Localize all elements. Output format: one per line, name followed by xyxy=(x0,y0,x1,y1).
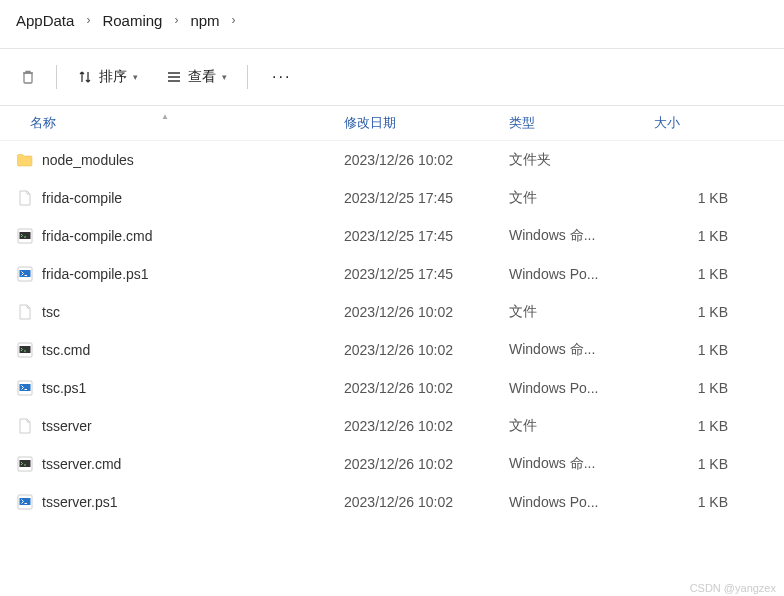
header-type[interactable]: 类型 xyxy=(503,114,648,132)
view-button[interactable]: 查看 ▾ xyxy=(154,62,239,92)
file-rows: node_modules2023/12/26 10:02文件夹frida-com… xyxy=(0,141,784,521)
sort-label: 排序 xyxy=(99,68,127,86)
cell-size: 1 KB xyxy=(648,494,768,510)
breadcrumb-item[interactable]: Roaming xyxy=(94,8,170,33)
file-name: tsc.cmd xyxy=(42,342,90,358)
cell-type: Windows 命... xyxy=(503,227,648,245)
cell-date: 2023/12/26 10:02 xyxy=(330,456,503,472)
file-name: tsc xyxy=(42,304,60,320)
cell-name: tsc xyxy=(0,303,330,321)
file-name: tsc.ps1 xyxy=(42,380,86,396)
table-row[interactable]: tsc.cmd2023/12/26 10:02Windows 命...1 KB xyxy=(0,331,784,369)
table-row[interactable]: frida-compile.cmd2023/12/25 17:45Windows… xyxy=(0,217,784,255)
divider xyxy=(56,65,57,89)
header-date[interactable]: 修改日期 xyxy=(330,114,503,132)
file-list: ▲ 名称 修改日期 类型 大小 node_modules2023/12/26 1… xyxy=(0,105,784,521)
cell-date: 2023/12/26 10:02 xyxy=(330,304,503,320)
chevron-down-icon: ▾ xyxy=(222,72,227,82)
svg-rect-0 xyxy=(24,73,32,83)
file-name: tsserver xyxy=(42,418,92,434)
file-icon xyxy=(16,417,34,435)
cell-name: frida-compile.ps1 xyxy=(0,265,330,283)
cell-size: 1 KB xyxy=(648,266,768,282)
svg-rect-6 xyxy=(20,346,31,353)
table-row[interactable]: tsserver.ps12023/12/26 10:02Windows Po..… xyxy=(0,483,784,521)
cell-date: 2023/12/26 10:02 xyxy=(330,342,503,358)
trash-icon xyxy=(20,69,36,85)
sort-button[interactable]: 排序 ▾ xyxy=(65,62,150,92)
file-name: frida-compile xyxy=(42,190,122,206)
svg-rect-10 xyxy=(20,460,31,467)
cell-type: 文件夹 xyxy=(503,151,648,169)
ps1-icon xyxy=(16,265,34,283)
breadcrumb-item[interactable]: AppData xyxy=(8,8,82,33)
table-row[interactable]: frida-compile.ps12023/12/25 17:45Windows… xyxy=(0,255,784,293)
cell-name: tsc.ps1 xyxy=(0,379,330,397)
breadcrumb[interactable]: AppData›Roaming›npm› xyxy=(0,0,784,40)
file-name: frida-compile.cmd xyxy=(42,228,152,244)
cell-size: 1 KB xyxy=(648,228,768,244)
toolbar: 排序 ▾ 查看 ▾ ··· xyxy=(0,49,784,105)
view-icon xyxy=(166,69,182,85)
cell-type: Windows Po... xyxy=(503,494,648,510)
table-row[interactable]: tsc.ps12023/12/26 10:02Windows Po...1 KB xyxy=(0,369,784,407)
chevron-right-icon: › xyxy=(82,13,94,27)
cell-date: 2023/12/25 17:45 xyxy=(330,190,503,206)
cell-name: frida-compile.cmd xyxy=(0,227,330,245)
cmd-icon xyxy=(16,227,34,245)
delete-button[interactable] xyxy=(8,63,48,91)
cell-name: tsc.cmd xyxy=(0,341,330,359)
more-button[interactable]: ··· xyxy=(256,62,307,92)
cell-name: tsserver.cmd xyxy=(0,455,330,473)
ps1-icon xyxy=(16,379,34,397)
table-row[interactable]: node_modules2023/12/26 10:02文件夹 xyxy=(0,141,784,179)
cell-date: 2023/12/25 17:45 xyxy=(330,228,503,244)
cell-type: Windows 命... xyxy=(503,341,648,359)
cell-size: 1 KB xyxy=(648,380,768,396)
cell-size: 1 KB xyxy=(648,190,768,206)
watermark: CSDN @yangzex xyxy=(690,582,776,594)
divider xyxy=(247,65,248,89)
chevron-right-icon: › xyxy=(170,13,182,27)
file-icon xyxy=(16,303,34,321)
ps1-icon xyxy=(16,493,34,511)
cell-date: 2023/12/26 10:02 xyxy=(330,494,503,510)
cell-size: 1 KB xyxy=(648,456,768,472)
column-headers: ▲ 名称 修改日期 类型 大小 xyxy=(0,105,784,141)
sort-indicator-icon: ▲ xyxy=(161,112,169,121)
cell-name: tsserver xyxy=(0,417,330,435)
cell-date: 2023/12/26 10:02 xyxy=(330,380,503,396)
chevron-right-icon: › xyxy=(228,13,240,27)
file-name: tsserver.ps1 xyxy=(42,494,117,510)
cell-type: 文件 xyxy=(503,417,648,435)
cell-name: tsserver.ps1 xyxy=(0,493,330,511)
file-name: frida-compile.ps1 xyxy=(42,266,149,282)
table-row[interactable]: frida-compile2023/12/25 17:45文件1 KB xyxy=(0,179,784,217)
table-row[interactable]: tsserver.cmd2023/12/26 10:02Windows 命...… xyxy=(0,445,784,483)
cell-date: 2023/12/26 10:02 xyxy=(330,152,503,168)
table-row[interactable]: tsserver2023/12/26 10:02文件1 KB xyxy=(0,407,784,445)
file-icon xyxy=(16,189,34,207)
ellipsis-icon: ··· xyxy=(272,68,291,86)
svg-rect-2 xyxy=(20,232,31,239)
file-name: tsserver.cmd xyxy=(42,456,121,472)
header-size[interactable]: 大小 xyxy=(648,114,768,132)
file-name: node_modules xyxy=(42,152,134,168)
cell-type: Windows 命... xyxy=(503,455,648,473)
cmd-icon xyxy=(16,341,34,359)
cmd-icon xyxy=(16,455,34,473)
table-row[interactable]: tsc2023/12/26 10:02文件1 KB xyxy=(0,293,784,331)
breadcrumb-item[interactable]: npm xyxy=(182,8,227,33)
view-label: 查看 xyxy=(188,68,216,86)
chevron-down-icon: ▾ xyxy=(133,72,138,82)
cell-size: 1 KB xyxy=(648,418,768,434)
cell-type: Windows Po... xyxy=(503,266,648,282)
sort-icon xyxy=(77,69,93,85)
cell-type: 文件 xyxy=(503,189,648,207)
cell-type: 文件 xyxy=(503,303,648,321)
folder-icon xyxy=(16,151,34,169)
cell-date: 2023/12/26 10:02 xyxy=(330,418,503,434)
cell-type: Windows Po... xyxy=(503,380,648,396)
cell-name: node_modules xyxy=(0,151,330,169)
header-name[interactable]: ▲ 名称 xyxy=(0,114,330,132)
